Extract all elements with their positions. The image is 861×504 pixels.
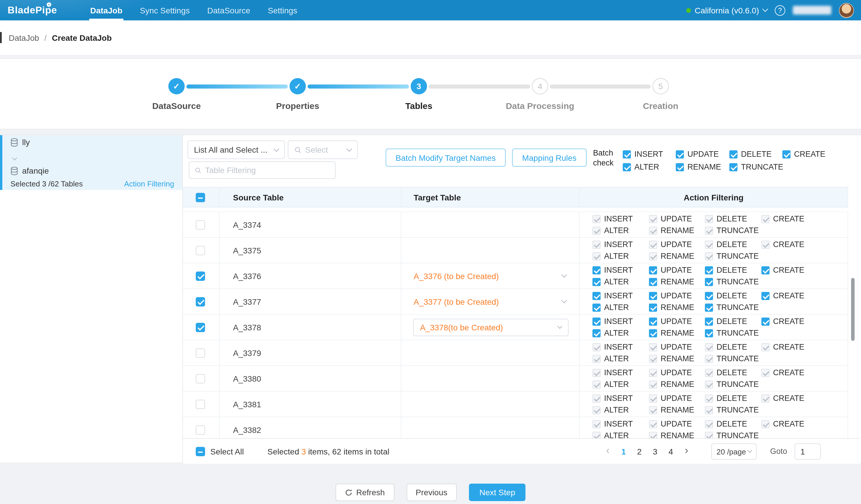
action-filtering-cell: INSERTUPDATEDELETECREATEALTERRENAMETRUNC…	[579, 417, 848, 438]
action-truncate-checkbox[interactable]	[705, 278, 713, 286]
action-label: UPDATE	[660, 394, 692, 403]
action-item: ALTER	[592, 380, 649, 389]
action-create-checkbox	[761, 369, 769, 377]
page-button-4[interactable]: 4	[663, 444, 679, 459]
action-insert-checkbox[interactable]	[592, 317, 601, 325]
row-select-checkbox[interactable]	[196, 348, 205, 357]
action-insert-checkbox[interactable]	[592, 266, 601, 274]
list-mode-dropdown[interactable]: List All and Select ...	[188, 140, 285, 159]
action-create-checkbox[interactable]	[761, 291, 769, 300]
row-select-checkbox[interactable]	[196, 271, 205, 281]
mapping-rules-button[interactable]: Mapping Rules	[512, 149, 587, 167]
action-delete-checkbox[interactable]	[705, 266, 713, 274]
action-alter-checkbox[interactable]	[592, 303, 601, 311]
row-select-cell	[183, 238, 220, 263]
action-rename-checkbox[interactable]	[649, 303, 657, 311]
batch-insert-checkbox[interactable]	[623, 150, 631, 158]
nav-item-datajob[interactable]: DataJob	[82, 0, 131, 21]
chevron-down-icon[interactable]	[561, 272, 567, 278]
chevron-down-icon[interactable]	[561, 298, 567, 303]
action-alter-checkbox	[592, 380, 601, 389]
nav-item-datasource[interactable]: DataSource	[199, 0, 259, 21]
breadcrumb-parent[interactable]: DataJob	[9, 33, 39, 42]
action-rename-checkbox[interactable]	[649, 329, 657, 337]
action-rename-checkbox	[649, 406, 657, 414]
prev-page-button[interactable]: ‹	[600, 444, 616, 459]
action-insert-checkbox[interactable]	[592, 291, 601, 300]
page-button-3[interactable]: 3	[647, 444, 663, 459]
action-item: DELETE	[705, 266, 761, 274]
table-filter-input[interactable]	[205, 165, 330, 175]
action-label: RENAME	[660, 380, 694, 389]
action-create-checkbox[interactable]	[761, 266, 769, 274]
row-select-checkbox[interactable]	[196, 425, 205, 434]
action-alter-checkbox	[592, 406, 601, 414]
table-main-area: List All and Select ... Select Batch Mod…	[183, 135, 861, 463]
next-step-button[interactable]: Next Step	[469, 483, 526, 501]
batch-modify-target-names-button[interactable]: Batch Modify Target Names	[386, 149, 506, 167]
select-all-header-checkbox[interactable]	[196, 193, 205, 202]
action-label: DELETE	[716, 317, 747, 326]
batch-truncate-checkbox[interactable]	[729, 163, 738, 171]
page-size-select[interactable]: 20 /page	[711, 444, 757, 460]
action-item: INSERT	[592, 240, 649, 249]
goto-label: Goto	[770, 439, 787, 464]
action-truncate-checkbox[interactable]	[705, 303, 713, 311]
username-blurred	[793, 6, 831, 15]
row-select-checkbox[interactable]	[196, 297, 205, 306]
step-data-processing: 4Data Processing	[496, 78, 584, 111]
action-delete-checkbox[interactable]	[705, 317, 713, 325]
goto-page-input[interactable]	[795, 444, 821, 460]
select-all-checkbox[interactable]	[196, 447, 205, 456]
database-icon	[11, 138, 18, 147]
source-table-cell: A_3375	[220, 238, 401, 263]
scrollbar-thumb[interactable]	[851, 278, 855, 341]
row-select-cell	[183, 212, 220, 237]
action-item: UPDATE	[649, 343, 705, 351]
action-alter-checkbox[interactable]	[592, 278, 601, 286]
region-selector[interactable]: California (v0.6.0)	[686, 5, 767, 15]
page-button-2[interactable]: 2	[631, 444, 647, 459]
action-update-checkbox[interactable]	[649, 291, 657, 300]
action-item: RENAME	[649, 329, 705, 337]
batch-create-checkbox[interactable]	[782, 150, 791, 158]
action-label: TRUNCATE	[716, 354, 759, 363]
batch-delete-checkbox[interactable]	[729, 150, 738, 158]
action-delete-checkbox	[705, 343, 713, 351]
action-label: DELETE	[741, 150, 771, 159]
page-button-1[interactable]: 1	[616, 444, 631, 459]
row-select-checkbox[interactable]	[196, 399, 205, 409]
action-item: RENAME	[649, 277, 705, 286]
batch-alter-checkbox[interactable]	[623, 163, 631, 171]
action-truncate-checkbox[interactable]	[705, 329, 713, 337]
next-page-button[interactable]: ›	[679, 444, 694, 459]
action-alter-checkbox[interactable]	[592, 329, 601, 337]
refresh-button[interactable]: Refresh	[335, 483, 394, 501]
action-label: ALTER	[604, 226, 629, 235]
batch-rename-checkbox[interactable]	[676, 163, 684, 171]
action-label: CREATE	[773, 343, 805, 351]
avatar[interactable]	[839, 3, 854, 18]
row-select-checkbox[interactable]	[196, 323, 205, 332]
action-label: TRUNCATE	[716, 303, 759, 312]
row-select-checkbox[interactable]	[196, 374, 205, 383]
selection-row: Selected 3 /62 Tables Action Filtering	[11, 179, 174, 188]
action-create-checkbox[interactable]	[761, 317, 769, 325]
row-select-checkbox[interactable]	[196, 246, 205, 255]
nav-item-sync-settings[interactable]: Sync Settings	[131, 0, 199, 21]
action-delete-checkbox[interactable]	[705, 291, 713, 300]
action-update-checkbox[interactable]	[649, 266, 657, 274]
target-table-select[interactable]: A_3378(to be Created)	[413, 318, 569, 336]
action-update-checkbox[interactable]	[649, 317, 657, 325]
action-rename-checkbox[interactable]	[649, 278, 657, 286]
select-dropdown[interactable]: Select	[288, 140, 358, 159]
action-label: DELETE	[716, 291, 747, 300]
batch-update-checkbox[interactable]	[676, 150, 684, 158]
previous-button[interactable]: Previous	[406, 483, 457, 501]
action-row: ALTERRENAMETRUNCATE	[579, 406, 848, 414]
help-icon[interactable]: ?	[775, 5, 785, 15]
row-select-checkbox[interactable]	[196, 220, 205, 229]
nav-item-settings[interactable]: Settings	[259, 0, 306, 21]
action-label: UPDATE	[660, 343, 692, 351]
action-filtering-link[interactable]: Action Filtering	[124, 179, 174, 188]
